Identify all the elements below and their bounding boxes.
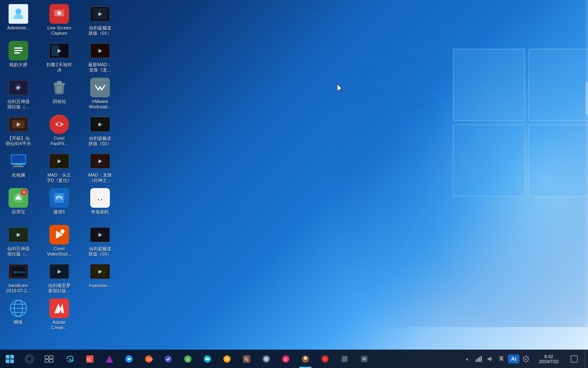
- svg-rect-81: [92, 265, 108, 278]
- svg-point-113: [323, 357, 327, 361]
- taskbar-app-12[interactable]: [315, 350, 335, 368]
- cortana-button[interactable]: [20, 350, 39, 368]
- taskbar-edge[interactable]: [60, 350, 80, 368]
- icon-xianjian-skin02-label: 仙剑盗贼皮肤版（02）: [89, 136, 111, 146]
- windows-logo-bg: [282, 0, 588, 327]
- tray-security[interactable]: [521, 354, 531, 364]
- taskbar-app-2[interactable]: [100, 350, 119, 368]
- svg-point-72: [96, 191, 100, 198]
- svg-point-19: [15, 84, 21, 90]
- task-view-button[interactable]: [39, 350, 59, 368]
- svg-rect-53: [52, 155, 59, 166]
- taskbar-clock[interactable]: 8:42 2019/7/22: [532, 350, 565, 368]
- icon-bandicam[interactable]: BDCam bandicam2019-07-2...: [2, 260, 35, 296]
- svg-rect-1: [453, 49, 525, 121]
- icon-qiqi[interactable]: 奇兔刷机: [84, 186, 116, 223]
- taskbar-app-8[interactable]: [217, 350, 237, 368]
- svg-point-88: [25, 355, 33, 363]
- icon-xianjian5-bbs2[interactable]: 仙剑五神器报社版（...: [2, 223, 35, 260]
- icon-mad-longzhu2[interactable]: MAD：龙珠《封神之...: [84, 149, 116, 186]
- taskbar-app-11[interactable]: 妖: [276, 350, 296, 368]
- icon-xianjian-dream[interactable]: 仙剑魂至梦寨报社版...: [43, 260, 76, 296]
- svg-rect-122: [571, 356, 577, 362]
- svg-rect-58: [50, 265, 69, 279]
- icon-adobe[interactable]: AdobeCreati...: [43, 296, 76, 333]
- icon-live-screen[interactable]: Live ScreenCapture: [43, 2, 76, 39]
- tray-lang[interactable]: 英: [497, 354, 506, 364]
- svg-rect-47: [57, 81, 62, 83]
- svg-rect-44: [51, 45, 59, 56]
- icon-live-screen-label: Live ScreenCapture: [47, 25, 71, 36]
- svg-point-57: [60, 229, 65, 233]
- icon-xianjian-tool[interactable]: 线剧大师: [2, 39, 35, 76]
- svg-text:妖: 妖: [284, 357, 288, 361]
- svg-rect-26: [12, 155, 25, 163]
- svg-point-42: [61, 9, 64, 12]
- icon-this-pc-label: 此电脑: [12, 173, 25, 178]
- taskbar-app-9[interactable]: 鸟: [237, 350, 256, 368]
- svg-point-74: [98, 199, 99, 200]
- svg-text:线: 线: [87, 357, 91, 362]
- icon-qiqi-label: 奇兔刷机: [91, 209, 109, 215]
- icon-kaiji-label: 【开箱】仙萌仙剑4手办: [6, 136, 31, 146]
- icon-app-store[interactable]: 6 应用宝: [2, 186, 35, 223]
- svg-rect-61: [93, 8, 107, 19]
- icon-recycle-bin[interactable]: 回收站: [43, 76, 76, 112]
- show-desktop-button[interactable]: [585, 350, 588, 368]
- svg-rect-15: [14, 47, 22, 49]
- icon-network[interactable]: 网络: [2, 296, 35, 333]
- icon-recycle-bin-label: 回收站: [53, 99, 66, 104]
- taskbar-app-active[interactable]: [296, 350, 315, 368]
- scrollbar[interactable]: [586, 0, 588, 327]
- svg-point-14: [16, 9, 21, 14]
- icon-admin-label: Administr...: [7, 25, 29, 31]
- taskbar-app-7[interactable]: [198, 350, 217, 368]
- icon-xianjian-dream-label: 仙剑魂至梦寨报社版...: [48, 283, 71, 294]
- taskbar-apps: 线 360 应 鸟: [59, 350, 459, 368]
- icon-xianjian5-bbs2-label: 仙剑五神器报社版（...: [7, 246, 30, 257]
- notification-center[interactable]: [567, 350, 581, 368]
- clock-time: 8:42: [544, 354, 553, 359]
- clock-date: 2019/7/22: [539, 359, 559, 364]
- taskbar: 线 360 应 鸟: [0, 350, 588, 368]
- taskbar-app-13[interactable]: [335, 350, 354, 368]
- icon-xianjian-skin01[interactable]: 仙剑盗贼皮肤版（01）: [84, 2, 116, 39]
- icon-xianjian5-bbs1[interactable]: 仙剑五神器报社版（...: [2, 76, 35, 112]
- icon-this-pc[interactable]: 此电脑: [2, 149, 35, 186]
- taskbar-app-1[interactable]: 线: [80, 350, 100, 368]
- svg-rect-92: [45, 359, 49, 362]
- icon-scan-virus[interactable]: 扫毒2天地对决: [43, 39, 76, 76]
- tray-network[interactable]: [474, 354, 483, 364]
- icon-admin[interactable]: Administr...: [2, 2, 35, 39]
- svg-rect-93: [49, 359, 53, 362]
- icon-xianjian-tool-label: 线剧大师: [9, 62, 27, 67]
- svg-rect-119: [479, 357, 480, 362]
- svg-rect-18: [9, 81, 28, 95]
- taskbar-app-5[interactable]: [158, 350, 178, 368]
- icon-kaiji[interactable]: 【开箱】仙萌仙剑4手办: [2, 112, 35, 149]
- taskbar-app-14[interactable]: [354, 350, 374, 368]
- svg-rect-87: [10, 359, 14, 363]
- taskbar-app-6[interactable]: 应: [178, 350, 198, 368]
- svg-point-51: [58, 123, 61, 126]
- icon-xianjian-skin02[interactable]: 仙剑盗贼皮肤版（02）: [84, 112, 116, 149]
- icon-corel-fastfli[interactable]: CorelFastFli...: [43, 112, 76, 149]
- taskbar-app-4[interactable]: 360: [139, 350, 158, 368]
- tray-ime[interactable]: Ai: [508, 355, 519, 364]
- tray-show-hidden[interactable]: ▲: [462, 354, 472, 364]
- svg-point-73: [100, 191, 105, 198]
- icon-corel-video[interactable]: CorelVideoStud...: [43, 223, 76, 260]
- icon-maoyou5[interactable]: 傲游5: [43, 186, 76, 223]
- icon-mad-fuqiang[interactable]: MAD：头文字D《复仇》: [43, 149, 76, 186]
- taskbar-app-3[interactable]: [119, 350, 139, 368]
- taskbar-app-10[interactable]: [256, 350, 276, 368]
- tray-volume[interactable]: [485, 354, 495, 364]
- start-button[interactable]: [0, 350, 20, 368]
- icon-mad-longzhu[interactable]: 最新MAD：龙珠《龙...: [84, 39, 116, 76]
- icon-corel-video-label: CorelVideoStud...: [47, 246, 71, 257]
- svg-point-111: [304, 357, 307, 360]
- icon-vmware[interactable]: VMwareWorkstati...: [84, 76, 116, 112]
- icon-mad-longzhu-label: 最新MAD：龙珠《龙...: [88, 62, 111, 73]
- icon-xianjian-skin03[interactable]: 仙剑盗贼皮肤版（03）: [84, 223, 116, 260]
- icon-huanxian[interactable]: huanxian...: [84, 260, 116, 296]
